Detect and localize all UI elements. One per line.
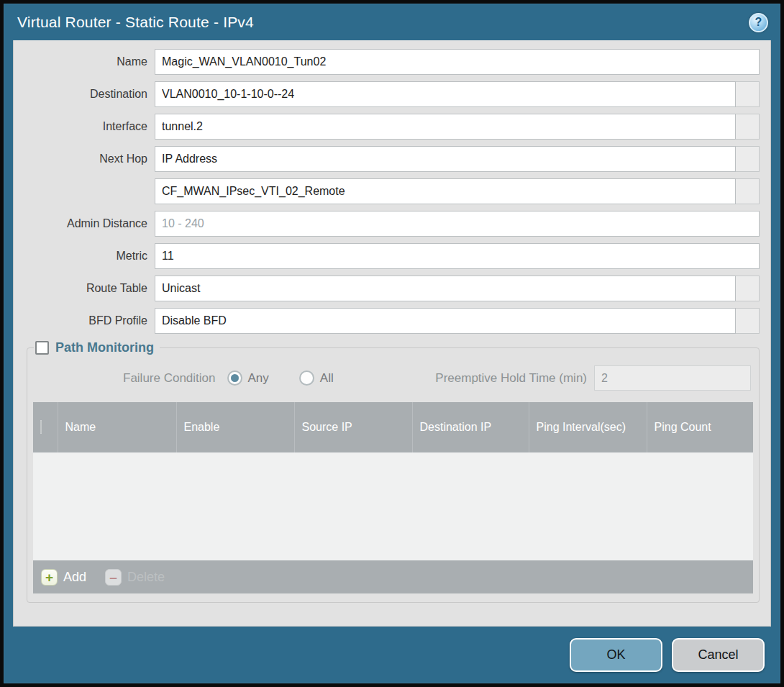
static-route-dialog: Virtual Router - Static Route - IPv4 ? N… xyxy=(4,4,780,683)
next-hop-type-input[interactable] xyxy=(155,146,736,172)
path-monitoring-table: Name Enable Source IP Destination IP Pin… xyxy=(33,402,753,593)
failure-condition-label: Failure Condition xyxy=(123,371,216,386)
metric-input[interactable] xyxy=(155,243,760,269)
col-header-name[interactable]: Name xyxy=(58,402,176,452)
minus-icon: – xyxy=(105,569,122,586)
name-label: Name xyxy=(27,55,155,68)
radio-any-label: Any xyxy=(248,371,269,386)
route-table-label: Route Table xyxy=(27,282,155,295)
form-row-route-table: Route Table xyxy=(27,276,760,301)
bfd-profile-label: BFD Profile xyxy=(27,314,155,327)
path-monitoring-controls: Failure Condition Any All Preemptive Hol… xyxy=(35,365,751,391)
form-row-next-hop: Next Hop xyxy=(27,146,760,172)
radio-any[interactable] xyxy=(227,370,242,386)
failure-condition-radio-group: Any All xyxy=(216,370,352,386)
destination-dropdown-button[interactable] xyxy=(736,81,760,107)
dialog-content: Name Destination Interface xyxy=(13,40,771,627)
next-hop-address-dropdown-button[interactable] xyxy=(736,178,760,204)
destination-label: Destination xyxy=(27,88,155,101)
radio-all-label: All xyxy=(320,371,334,386)
col-header-ping-interval[interactable]: Ping Interval(sec) xyxy=(529,402,647,452)
next-hop-type-dropdown-button[interactable] xyxy=(736,146,760,172)
add-button[interactable]: + Add xyxy=(41,569,86,586)
ok-button[interactable]: OK xyxy=(570,638,662,672)
form-row-interface: Interface xyxy=(27,114,760,140)
form-row-admin-distance: Admin Distance xyxy=(27,211,760,237)
form-row-next-hop-address xyxy=(27,178,760,204)
next-hop-address-input[interactable] xyxy=(155,178,736,204)
form-row-name: Name xyxy=(27,49,760,75)
dialog-titlebar: Virtual Router - Static Route - IPv4 ? xyxy=(4,4,780,40)
radio-all[interactable] xyxy=(299,370,314,386)
col-header-destination-ip[interactable]: Destination IP xyxy=(412,402,529,452)
interface-dropdown-button[interactable] xyxy=(736,114,760,140)
admin-distance-input[interactable] xyxy=(155,211,760,237)
form-row-bfd-profile: BFD Profile xyxy=(27,308,760,334)
interface-input[interactable] xyxy=(155,114,736,140)
plus-icon: + xyxy=(41,569,58,586)
admin-distance-label: Admin Distance xyxy=(27,217,155,230)
path-monitoring-checkbox[interactable] xyxy=(35,341,49,355)
route-table-input[interactable] xyxy=(155,276,736,301)
help-icon[interactable]: ? xyxy=(749,13,768,32)
path-monitoring-title: Path Monitoring xyxy=(55,340,154,355)
form-row-metric: Metric xyxy=(27,243,760,269)
name-input[interactable] xyxy=(155,49,760,75)
add-button-label: Add xyxy=(63,570,86,585)
delete-button[interactable]: – Delete xyxy=(105,569,165,586)
next-hop-label: Next Hop xyxy=(27,153,155,165)
preemptive-hold-label: Preemptive Hold Time (min) xyxy=(435,371,587,386)
bfd-profile-dropdown-button[interactable] xyxy=(736,308,760,334)
route-table-dropdown-button[interactable] xyxy=(736,276,760,301)
path-monitoring-legend: Path Monitoring xyxy=(34,340,160,355)
preemptive-hold-input[interactable] xyxy=(594,365,751,391)
cancel-button[interactable]: Cancel xyxy=(672,638,765,672)
table-action-bar: + Add – Delete xyxy=(33,560,753,593)
bfd-profile-input[interactable] xyxy=(155,308,736,334)
table-header-row: Name Enable Source IP Destination IP Pin… xyxy=(33,402,753,452)
col-header-ping-count[interactable]: Ping Count xyxy=(647,402,753,452)
metric-label: Metric xyxy=(27,250,155,263)
path-monitoring-group: Path Monitoring Failure Condition Any Al… xyxy=(27,340,760,603)
form-row-destination: Destination xyxy=(27,81,760,107)
col-header-source-ip[interactable]: Source IP xyxy=(294,402,412,452)
delete-button-label: Delete xyxy=(127,570,165,585)
interface-label: Interface xyxy=(27,120,155,133)
select-all-checkbox[interactable] xyxy=(40,420,42,434)
dialog-title: Virtual Router - Static Route - IPv4 xyxy=(17,14,254,31)
dialog-footer: OK Cancel xyxy=(4,627,780,683)
empty-table-body xyxy=(33,452,753,560)
screenshot-frame: Virtual Router - Static Route - IPv4 ? N… xyxy=(0,0,784,687)
col-header-enable[interactable]: Enable xyxy=(176,402,294,452)
destination-input[interactable] xyxy=(155,81,736,107)
